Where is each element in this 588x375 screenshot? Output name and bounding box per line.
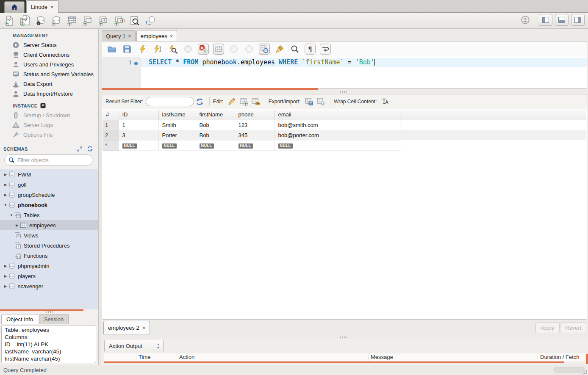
- wrap-cell-content-button[interactable]: A: [379, 96, 391, 107]
- save-script-button[interactable]: [122, 44, 133, 55]
- tree-node-functions[interactable]: fnFunctions: [0, 251, 98, 261]
- column-header-row-number[interactable]: #: [103, 110, 119, 120]
- schema-filter-input[interactable]: [17, 157, 92, 163]
- user-account-button[interactable]: [519, 14, 531, 26]
- new-query-tab-button[interactable]: SQL: [3, 14, 15, 27]
- create-table-button[interactable]: [66, 14, 78, 27]
- cell[interactable]: Porter: [158, 130, 196, 140]
- search-objects-button[interactable]: [129, 14, 141, 27]
- beautify-script-button[interactable]: [274, 44, 285, 55]
- sidebar-item-data-import-restore[interactable]: Data Import/Restore: [0, 89, 98, 99]
- create-procedure-button[interactable]: [97, 14, 109, 27]
- tree-node-scavenger[interactable]: ▶scavenger: [0, 281, 98, 291]
- tree-node-players[interactable]: ▶players: [0, 271, 98, 281]
- tab-employees[interactable]: employees×: [136, 30, 177, 41]
- open-sql-script-button[interactable]: SQL: [19, 14, 31, 27]
- rollback-button[interactable]: [244, 44, 255, 55]
- sql-text[interactable]: SELECT * FROM phonebook.employees WHERE …: [149, 58, 375, 66]
- result-set-tab[interactable]: employees 2 ×: [103, 321, 150, 334]
- show-invisibles-button[interactable]: ¶: [305, 44, 316, 55]
- tree-node-fwm[interactable]: ▶FWM: [0, 169, 98, 179]
- chevron-right-icon[interactable]: ▶: [3, 284, 8, 288]
- wrap-text-button[interactable]: [320, 44, 331, 55]
- schema-inspector-button[interactable]: i: [35, 14, 47, 27]
- delete-row-button[interactable]: [250, 96, 261, 107]
- tree-node-views[interactable]: Views: [0, 230, 98, 240]
- sidebar-item-server-status[interactable]: Server Status: [0, 40, 98, 50]
- sidebar-item-users-and-privileges[interactable]: Users and Privileges: [0, 60, 98, 69]
- tree-node-tables[interactable]: ▼Tables: [0, 210, 98, 220]
- sidebar-item-client-connections[interactable]: Client Connections: [0, 50, 98, 60]
- toggle-left-panel-button[interactable]: [539, 14, 552, 26]
- cell[interactable]: 1: [119, 120, 158, 130]
- sidebar-item-server-logs[interactable]: Server Logs: [0, 120, 98, 130]
- toggle-bottom-panel-button[interactable]: [555, 14, 569, 26]
- tab-query-1[interactable]: Query 1×: [102, 30, 136, 41]
- chevron-right-icon[interactable]: ▶: [3, 274, 8, 278]
- cell[interactable]: 345: [235, 130, 275, 140]
- connection-tab[interactable]: Linode ×: [26, 0, 58, 13]
- column-header-firstname[interactable]: firstName: [196, 110, 235, 120]
- close-icon[interactable]: ×: [142, 325, 146, 331]
- sidebar-splitter-grip[interactable]: [46, 311, 53, 313]
- cell[interactable]: 2: [103, 130, 119, 140]
- insert-row-button[interactable]: [238, 96, 250, 107]
- editor-splitter-grip[interactable]: [340, 91, 347, 93]
- expand-panel-icon[interactable]: [77, 146, 83, 152]
- tree-node-stored-procedures[interactable]: Stored Procedures: [0, 240, 98, 251]
- column-header-id[interactable]: ID: [119, 110, 158, 120]
- sidebar-item-status-and-system-variables[interactable]: Status and System Variables: [0, 69, 98, 79]
- sidebar-item-data-export[interactable]: Data Export: [0, 79, 98, 89]
- explain-plan-button[interactable]: [167, 44, 178, 55]
- create-function-button[interactable]: {0}: [113, 14, 125, 27]
- import-records-button[interactable]: [315, 96, 327, 107]
- chevron-right-icon[interactable]: ▶: [3, 173, 8, 176]
- toggle-right-panel-button[interactable]: [571, 14, 585, 26]
- chevron-right-icon[interactable]: ▶: [14, 223, 20, 227]
- cell[interactable]: bob@smith.com: [275, 120, 400, 130]
- refresh-results-button[interactable]: [194, 96, 206, 107]
- column-header-phone[interactable]: phone: [235, 110, 275, 120]
- cell[interactable]: bob@porter.com: [275, 130, 400, 140]
- cell[interactable]: Smith: [158, 120, 196, 130]
- sidebar-item-options-file[interactable]: Options File: [0, 130, 98, 140]
- cell[interactable]: 123: [235, 120, 275, 130]
- column-header-email[interactable]: email: [275, 110, 400, 120]
- column-header-lastname[interactable]: lastName: [158, 110, 196, 120]
- chevron-right-icon[interactable]: ▶: [3, 183, 8, 187]
- chevron-right-icon[interactable]: ▶: [3, 193, 8, 197]
- chevron-down-icon[interactable]: ▼: [3, 203, 8, 207]
- tree-node-employees[interactable]: ▶employees: [0, 220, 98, 230]
- sql-editor-area[interactable]: 1 SELECT * FROM phonebook.employees WHER…: [102, 57, 587, 88]
- home-tab[interactable]: [4, 1, 25, 13]
- resize-grip[interactable]: [582, 369, 587, 374]
- commit-button[interactable]: [228, 44, 239, 55]
- refresh-schemas-icon[interactable]: [87, 146, 93, 152]
- cell[interactable]: Bob: [196, 130, 235, 140]
- result-filter-input[interactable]: [146, 97, 194, 106]
- export-results-button[interactable]: [303, 96, 315, 107]
- cell[interactable]: 3: [119, 130, 158, 140]
- cell[interactable]: 1: [103, 120, 119, 130]
- close-icon[interactable]: ×: [50, 4, 54, 10]
- result-grid[interactable]: #IDlastNamefirstNamephoneemail11SmithBob…: [103, 110, 586, 151]
- toggle-stop-on-error-button[interactable]: [198, 44, 209, 55]
- tree-node-phonebook[interactable]: ▼phonebook: [0, 200, 98, 210]
- edit-cell-button[interactable]: [226, 96, 238, 107]
- create-schema-button[interactable]: [50, 14, 62, 27]
- cell[interactable]: Bob: [196, 120, 235, 130]
- close-icon[interactable]: ×: [128, 33, 131, 39]
- vertical-splitter[interactable]: [99, 29, 101, 365]
- toggle-autocommit-button[interactable]: [259, 44, 270, 55]
- tree-node-phpmyadmin[interactable]: ▶phpmyadmin: [0, 261, 98, 271]
- stop-execution-button[interactable]: [183, 44, 194, 55]
- find-panel-button[interactable]: [289, 44, 300, 55]
- sidebar-item-startup-shutdown[interactable]: Startup / Shutdown: [0, 110, 98, 120]
- tree-node-golf[interactable]: ▶golf: [0, 179, 98, 190]
- output-type-select[interactable]: Action Output ▲▼: [104, 340, 164, 352]
- chevron-down-icon[interactable]: ▼: [8, 213, 14, 217]
- create-view-button[interactable]: [82, 14, 94, 27]
- open-script-button[interactable]: [106, 44, 117, 55]
- revert-button[interactable]: Revert: [560, 323, 586, 333]
- tab-session[interactable]: Session: [39, 314, 69, 324]
